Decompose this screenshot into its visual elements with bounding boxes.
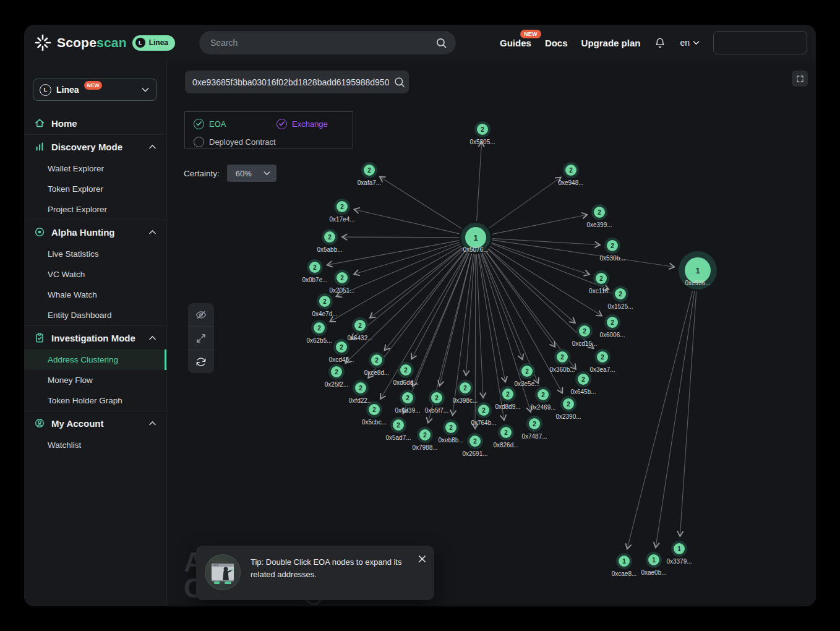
- sidebar-item-entity-dashboard[interactable]: Entity Dashboard: [24, 305, 166, 325]
- graph-node[interactable]: 20xafa7...: [358, 162, 381, 186]
- graph-node[interactable]: 20x4d39...: [395, 390, 420, 414]
- tip-illustration: [205, 554, 241, 590]
- graph-node[interactable]: 10x5076...: [461, 223, 491, 253]
- graph-node[interactable]: 20x645b...: [570, 371, 596, 395]
- graph-canvas[interactable]: 10x5076...20x5805...20xafa7...20xe948...…: [168, 61, 816, 606]
- graph-node[interactable]: 20xe948...: [558, 162, 583, 186]
- sidebar-home-label: Home: [51, 118, 77, 129]
- nav-guides[interactable]: GuidesNEW: [500, 38, 531, 48]
- sidebar-item-investigation-mode[interactable]: Investigation Mode: [24, 326, 166, 350]
- sidebar-item-whale-watch[interactable]: Whale Watch: [24, 285, 166, 305]
- graph-node[interactable]: 20x25f2...: [325, 364, 348, 388]
- node-address-label: 0xcd15...: [572, 340, 598, 347]
- graph-node[interactable]: 20x6432...: [347, 317, 372, 341]
- graph-node[interactable]: 20x7988...: [412, 427, 437, 451]
- graph-node[interactable]: 10xae0b...: [641, 552, 666, 576]
- filter-exchange[interactable]: Exchange: [276, 119, 328, 129]
- graph-node[interactable]: 20xcd15...: [572, 323, 598, 347]
- node-count: 2: [317, 325, 321, 332]
- search-icon[interactable]: [435, 37, 447, 49]
- filter-eoa[interactable]: EOA: [194, 119, 276, 129]
- sidebar-item-money-flow[interactable]: Money Flow: [24, 370, 166, 390]
- graph-node[interactable]: 20x6006...: [599, 314, 625, 338]
- user-circle-icon: [34, 418, 45, 429]
- graph-node[interactable]: 20xd6dd...: [393, 362, 418, 386]
- graph-node[interactable]: 20xc116...: [589, 270, 614, 294]
- graph-node[interactable]: 20xeb8b...: [438, 419, 463, 444]
- graph-node[interactable]: 20x2051...: [329, 270, 354, 294]
- sidebar-item-my-account[interactable]: My Account: [24, 411, 166, 435]
- sidebar-item-address-clustering[interactable]: Address Clustering: [24, 350, 166, 370]
- graph-node[interactable]: 20x62b5...: [306, 320, 332, 344]
- graph-node[interactable]: 20x3ea7...: [589, 349, 615, 373]
- sidebar-item-wallet-explorer[interactable]: Wallet Explorer: [24, 158, 166, 179]
- graph-node[interactable]: 20x4e7d...: [312, 293, 337, 317]
- graph-node[interactable]: 20x5cbc...: [362, 401, 387, 426]
- node-address-label: 0xcd48...: [329, 356, 354, 363]
- graph-node[interactable]: 20x2390...: [555, 396, 581, 420]
- graph-node[interactable]: 20x2691...: [462, 433, 487, 457]
- global-search-input[interactable]: [210, 38, 435, 48]
- node-count: 2: [323, 298, 327, 305]
- close-icon[interactable]: [418, 554, 426, 565]
- chevron-up-icon: [148, 335, 156, 341]
- graph-node[interactable]: 20xe399...: [586, 204, 612, 228]
- chevron-up-icon: [148, 421, 156, 426]
- graph-node[interactable]: 20x5ad7...: [385, 417, 411, 441]
- graph-node[interactable]: 10x3379...: [666, 541, 692, 565]
- node-count: 2: [599, 275, 603, 282]
- fit-view-button[interactable]: [188, 326, 214, 350]
- search-icon[interactable]: [393, 76, 406, 88]
- brand: Scopescan L Linea: [34, 25, 175, 61]
- graph-node[interactable]: 20x7487...: [521, 416, 547, 440]
- node-count: 2: [473, 438, 477, 445]
- account-button[interactable]: [713, 31, 807, 54]
- sidebar-item-discovery-mode[interactable]: Discovery Mode: [24, 135, 166, 158]
- network-new-badge: NEW: [84, 81, 103, 90]
- graph-node[interactable]: 20x0b7e...: [302, 259, 327, 283]
- node-address-label: 0xae0b...: [641, 569, 666, 576]
- graph-node[interactable]: 20x826d...: [493, 424, 518, 449]
- tip-text: Tip: Double Click EOA nodes to expand it…: [251, 556, 411, 581]
- sidebar-item-watchlist[interactable]: Watchlist: [24, 435, 166, 455]
- network-selector[interactable]: L Linea NEW: [33, 79, 157, 101]
- node-count: 2: [601, 354, 604, 361]
- graph-node[interactable]: 20x5abb...: [317, 229, 342, 253]
- hide-labels-button[interactable]: [188, 303, 214, 326]
- graph-node[interactable]: 10xe936...: [679, 251, 717, 290]
- sidebar: L Linea NEW Home Disc: [24, 61, 167, 606]
- graph-node[interactable]: 20x764b...: [471, 402, 496, 426]
- graph-node[interactable]: 20x3e5e...: [514, 363, 539, 387]
- header: Scopescan L Linea GuidesNEW Docs Upgrade…: [24, 25, 816, 61]
- graph-node[interactable]: 10xcae8...: [612, 553, 637, 577]
- graph-node[interactable]: 20x2469...: [530, 387, 555, 411]
- address-input[interactable]: [185, 77, 389, 87]
- graph-edge: [492, 243, 589, 275]
- global-search: [199, 31, 456, 54]
- filter-deployed-contract[interactable]: Deployed Contract: [194, 137, 276, 147]
- graph-node[interactable]: 20x530b...: [599, 238, 625, 262]
- certainty-dropdown[interactable]: 60%: [227, 165, 276, 182]
- sidebar-item-token-holder-graph[interactable]: Token Holder Graph: [24, 390, 166, 411]
- refresh-button[interactable]: [188, 350, 214, 373]
- graph-node[interactable]: 20x360b...: [549, 349, 575, 373]
- graph-node[interactable]: 20x5805...: [469, 121, 495, 145]
- graph-node[interactable]: 20xd8d9...: [495, 386, 520, 410]
- sidebar-item-alpha-hunting[interactable]: Alpha Hunting: [24, 220, 166, 244]
- sidebar-item-live-statistics[interactable]: Live Statistics: [24, 244, 166, 264]
- graph-node[interactable]: 20xfd22...: [349, 380, 372, 404]
- graph-node[interactable]: 20xcd48...: [329, 339, 354, 363]
- sidebar-item-home[interactable]: Home: [24, 112, 166, 134]
- graph-node[interactable]: 20x17e4...: [329, 199, 354, 223]
- nav-docs[interactable]: Docs: [545, 38, 568, 48]
- node-address-label: 0x5cbc...: [362, 419, 387, 426]
- fullscreen-button[interactable]: [792, 71, 808, 87]
- sidebar-item-vc-watch[interactable]: VC Watch: [24, 264, 166, 285]
- node-count: 2: [598, 209, 601, 216]
- sidebar-item-token-explorer[interactable]: Token Explorer: [24, 179, 166, 199]
- language-selector[interactable]: en: [680, 38, 700, 48]
- nav-upgrade-plan[interactable]: Upgrade plan: [581, 38, 641, 48]
- sidebar-item-project-explorer[interactable]: Project Explorer: [24, 199, 166, 220]
- bell-icon[interactable]: [654, 36, 666, 49]
- graph-node[interactable]: 20xb5f7...: [425, 390, 448, 414]
